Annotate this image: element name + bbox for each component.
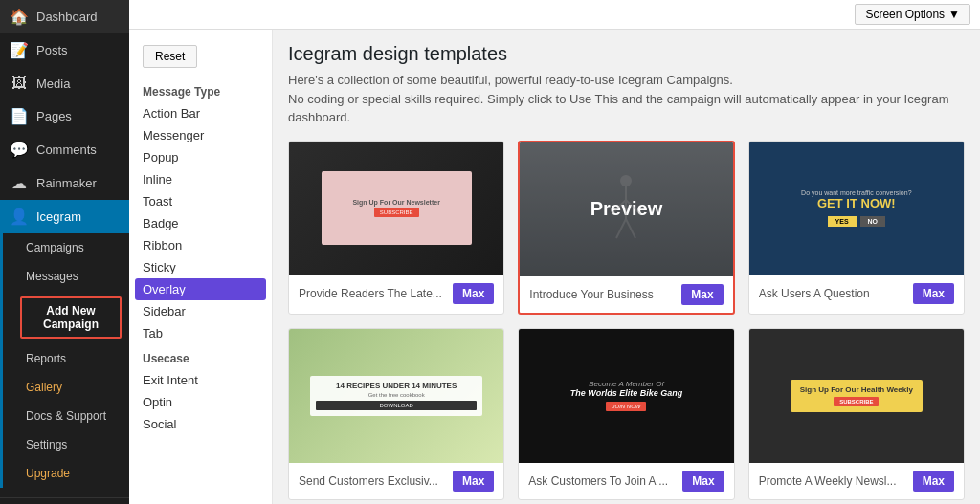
thumb-inner-1: Sign Up For Our Newsletter SUBSCRIBE: [322, 171, 472, 245]
sidebar-item-posts[interactable]: 📝 Posts: [0, 33, 129, 67]
filter-sidebar-item[interactable]: Sidebar: [129, 300, 272, 322]
sidebar-item-comments[interactable]: 💬 Comments: [0, 133, 129, 166]
use-button-6[interactable]: Max: [913, 471, 954, 492]
template-card-1[interactable]: Sign Up For Our Newsletter SUBSCRIBE Pro…: [288, 141, 504, 315]
template-footer-6: Promote A Weekly Newsl... Max: [749, 463, 964, 499]
sidebar-item-docs-support[interactable]: Docs & Support: [12, 402, 129, 430]
sidebar-item-rainmaker[interactable]: ☁ Rainmaker: [0, 166, 129, 200]
template-thumb-6: Sign Up For Our Health Weekly SUBSCRIBE: [749, 329, 964, 463]
filter-overlay[interactable]: Overlay: [135, 278, 266, 300]
template-footer-2: Introduce Your Business Max: [520, 276, 732, 313]
filter-social[interactable]: Social: [129, 413, 272, 435]
filter-tab[interactable]: Tab: [129, 322, 272, 344]
sidebar-item-upgrade[interactable]: Upgrade: [12, 459, 129, 488]
sidebar-item-label: Posts: [36, 43, 68, 57]
big-text: GET IT NOW!: [801, 196, 911, 210]
dashboard-icon: 🏠: [10, 8, 29, 26]
sidebar-item-label: Dashboard: [36, 10, 98, 24]
yes-btn: YES: [828, 216, 857, 227]
filter-messenger[interactable]: Messenger: [129, 124, 272, 146]
message-type-section-title: Message Type: [129, 77, 272, 102]
reset-button[interactable]: Reset: [143, 45, 197, 68]
svg-line-4: [616, 219, 626, 238]
filter-optin[interactable]: Optin: [129, 391, 272, 413]
sidebar-item-campaigns[interactable]: Campaigns: [12, 233, 129, 262]
sidebar-item-label: Comments: [36, 142, 97, 157]
use-button-2[interactable]: Max: [681, 284, 723, 305]
thumb-btns: YES NO: [801, 216, 911, 227]
template-thumb-5: Become A Member Of The Worlds Elite Bike…: [519, 329, 733, 463]
template-label-4: Send Customers Exclusiv...: [299, 474, 453, 488]
filter-badge[interactable]: Badge: [129, 212, 272, 234]
template-label-5: Ask Customers To Join A ...: [528, 474, 682, 488]
comments-icon: 💬: [10, 141, 29, 159]
icegram-icon: 👤: [10, 208, 29, 226]
svg-point-0: [620, 175, 632, 186]
sidebar-item-label: Media: [36, 77, 70, 91]
sidebar-item-media[interactable]: 🖼 Media: [0, 67, 129, 99]
health-inner: Sign Up For Our Health Weekly SUBSCRIBE: [791, 380, 923, 412]
filter-popup[interactable]: Popup: [129, 146, 272, 168]
sidebar-item-pages[interactable]: 📄 Pages: [0, 99, 129, 133]
svg-line-5: [626, 219, 635, 238]
template-footer-5: Ask Customers To Join A ... Max: [519, 463, 733, 499]
rainmaker-icon: ☁: [10, 174, 29, 192]
sidebar-item-label: Icegram: [36, 209, 81, 224]
template-label-2: Introduce Your Business: [529, 288, 681, 301]
use-button-5[interactable]: Max: [682, 471, 724, 492]
template-card-6[interactable]: Sign Up For Our Health Weekly SUBSCRIBE …: [748, 328, 965, 500]
docs-support-label: Docs & Support: [26, 409, 106, 423]
page-description: Here's a collection of some beautiful, p…: [288, 71, 965, 127]
use-button-3[interactable]: Max: [913, 283, 954, 304]
filter-sidebar: Reset Message Type Action Bar Messenger …: [129, 30, 273, 504]
main-area: Screen Options ▼ Reset Message Type Acti…: [129, 0, 980, 504]
no-btn: NO: [860, 216, 886, 227]
template-card-4[interactable]: 14 RECIPES UNDER 14 MINUTES Get the free…: [288, 328, 504, 500]
use-button-4[interactable]: Max: [453, 471, 494, 492]
template-thumb-4: 14 RECIPES UNDER 14 MINUTES Get the free…: [289, 329, 503, 463]
sidebar-item-label: Rainmaker: [36, 176, 97, 190]
template-label-1: Provide Readers The Late...: [299, 287, 453, 300]
template-thumb-3: Do you want more traffic conversion? GET…: [749, 142, 964, 275]
use-button-1[interactable]: Max: [453, 283, 494, 304]
thumb-inner-3: Do you want more traffic conversion? GET…: [791, 180, 921, 236]
screen-options-label: Screen Options: [865, 8, 945, 21]
pages-icon: 📄: [10, 107, 29, 125]
template-card-5[interactable]: Become A Member Of The Worlds Elite Bike…: [518, 328, 734, 500]
thumb-inner-4: 14 RECIPES UNDER 14 MINUTES Get the free…: [310, 376, 481, 416]
template-thumb-2: Preview: [520, 142, 732, 276]
sidebar-item-reports[interactable]: Reports: [12, 344, 129, 373]
sidebar-item-label: Pages: [36, 109, 72, 123]
settings-label: Settings: [26, 438, 67, 451]
screen-options-button[interactable]: Screen Options ▼: [855, 4, 970, 25]
filter-toast[interactable]: Toast: [129, 190, 272, 212]
template-label-3: Ask Users A Question: [759, 287, 913, 300]
template-grid: Sign Up For Our Newsletter SUBSCRIBE Pro…: [288, 141, 965, 500]
sidebar: 🏠 Dashboard 📝 Posts 🖼 Media 📄 Pages 💬 Co…: [0, 0, 129, 504]
add-new-campaign-button[interactable]: Add New Campaign: [20, 296, 122, 339]
filter-inline[interactable]: Inline: [129, 168, 272, 190]
filter-sticky[interactable]: Sticky: [129, 256, 272, 278]
sidebar-item-settings[interactable]: Settings: [12, 430, 129, 459]
page-title: Icegram design templates: [288, 43, 965, 65]
svg-line-3: [626, 200, 640, 214]
filter-exit-intent[interactable]: Exit Intent: [129, 369, 272, 391]
chevron-down-icon: ▼: [948, 8, 960, 21]
filter-reset-section: Reset: [129, 39, 272, 77]
template-label-6: Promote A Weekly Newsl...: [759, 474, 913, 488]
sidebar-item-email-subscribers[interactable]: ✉ Email Subscribers: [0, 498, 129, 504]
sidebar-item-gallery[interactable]: Gallery: [12, 373, 129, 402]
campaigns-label: Campaigns: [26, 241, 84, 254]
thumb-inner-5: Become A Member Of The Worlds Elite Bike…: [561, 370, 692, 421]
sidebar-item-messages[interactable]: Messages: [12, 262, 129, 291]
template-card-2[interactable]: Preview Introduce Your Business Max: [518, 141, 734, 315]
sidebar-item-dashboard[interactable]: 🏠 Dashboard: [0, 0, 129, 33]
template-grid-area: Icegram design templates Here's a collec…: [273, 30, 980, 504]
sidebar-item-icegram[interactable]: 👤 Icegram: [0, 200, 129, 233]
filter-action-bar[interactable]: Action Bar: [129, 102, 272, 124]
media-icon: 🖼: [10, 75, 29, 92]
template-card-3[interactable]: Do you want more traffic conversion? GET…: [748, 141, 965, 315]
filter-ribbon[interactable]: Ribbon: [129, 234, 272, 256]
template-footer-1: Provide Readers The Late... Max: [289, 275, 503, 312]
template-thumb-1: Sign Up For Our Newsletter SUBSCRIBE: [289, 142, 503, 275]
